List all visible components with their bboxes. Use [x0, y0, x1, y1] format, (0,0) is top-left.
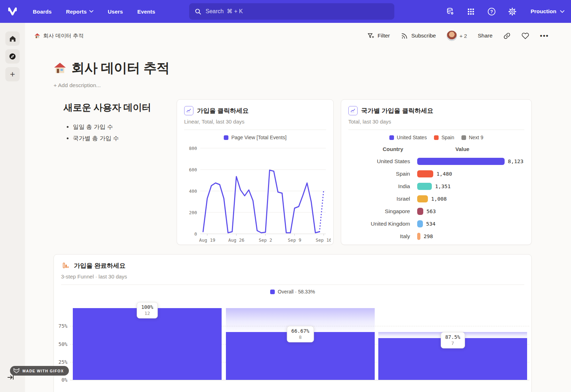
- legend-swatch: [461, 135, 466, 140]
- legend-swatch: [434, 135, 439, 140]
- search-bar[interactable]: [189, 3, 394, 20]
- card-subtitle: Total, last 30 days: [348, 119, 524, 125]
- svg-text:Sep 9: Sep 9: [288, 237, 302, 243]
- heart-icon: [521, 32, 529, 40]
- conversion-pct: 66.67%: [291, 328, 309, 334]
- nav-item-label: Users: [108, 9, 123, 15]
- sidebar-item-discover[interactable]: [5, 49, 20, 64]
- search-icon: [195, 8, 201, 15]
- page-title[interactable]: 회사 데이터 추적: [54, 59, 170, 77]
- svg-text:800: 800: [189, 146, 197, 151]
- nav-item-events[interactable]: Events: [137, 9, 155, 15]
- settings-gear-icon[interactable]: [508, 7, 517, 16]
- board-toolbar: 회사 데이터 추적 Filter Subscribe + 2: [25, 23, 571, 49]
- funnel-tooltip: 100%12: [137, 302, 158, 318]
- bar-row-singapore[interactable]: Singapore563: [341, 205, 531, 217]
- conversion-pct: 100%: [141, 304, 153, 310]
- plus-icon: +: [10, 70, 15, 79]
- more-options-icon[interactable]: •••: [540, 32, 549, 40]
- project-switcher[interactable]: Prouction: [529, 8, 565, 15]
- value-bar: [417, 195, 428, 202]
- svg-text:Aug 19: Aug 19: [199, 237, 215, 243]
- legend-entry[interactable]: Next 9: [461, 135, 483, 140]
- bullet-item: 일일 총 가입 수: [73, 123, 167, 131]
- avatar-more-count: + 2: [459, 33, 467, 39]
- user-count: 7: [445, 341, 460, 346]
- bar-row-italy[interactable]: Italy298: [341, 230, 531, 242]
- board-members[interactable]: + 2: [446, 30, 467, 41]
- nav-item-reports[interactable]: Reports: [66, 9, 94, 15]
- nav-item-boards[interactable]: Boards: [33, 9, 52, 15]
- bar-list: United States8,123Spain1,480India1,351Is…: [341, 155, 531, 245]
- filter-icon: [367, 32, 374, 40]
- value-bar: [417, 158, 505, 165]
- chart-legend: Page View [Total Events]: [177, 135, 333, 140]
- chevron-down-icon: [560, 10, 565, 13]
- breadcrumb[interactable]: 회사 데이터 추적: [34, 32, 84, 39]
- legend-swatch: [389, 135, 394, 140]
- project-name: Prouction: [531, 8, 556, 15]
- legend-label: Next 9: [469, 135, 483, 140]
- legend-label: Spain: [441, 135, 454, 140]
- sidebar-item-add[interactable]: +: [5, 67, 20, 81]
- y-axis-label: 25%: [55, 359, 67, 365]
- country-label: Italy: [341, 233, 410, 240]
- chart-legend: United StatesSpainNext 9: [341, 135, 531, 140]
- subscribe-button[interactable]: Subscribe: [401, 32, 436, 40]
- apps-grid-icon[interactable]: [466, 7, 476, 16]
- value-label: 534: [426, 221, 435, 227]
- link-icon: [503, 32, 511, 40]
- legend-entry[interactable]: United States: [389, 135, 427, 140]
- bar-row-united-kingdom[interactable]: United Kingdom534: [341, 217, 531, 230]
- gridline: [70, 380, 529, 380]
- svg-text:0: 0: [194, 231, 197, 237]
- nav-items: BoardsReportsUsersEvents: [33, 9, 155, 15]
- nav-item-label: Reports: [66, 9, 87, 15]
- share-button[interactable]: Share: [478, 32, 492, 39]
- card-subtitle: Linear, Total, last 30 days: [184, 119, 326, 125]
- filter-button[interactable]: Filter: [367, 32, 390, 40]
- avatar: [446, 30, 457, 41]
- sidebar-item-home[interactable]: [5, 31, 20, 46]
- column-header-country: Country: [341, 146, 423, 152]
- nav-item-users[interactable]: Users: [108, 9, 123, 15]
- bar-row-india[interactable]: India1,351: [341, 180, 531, 192]
- nav-item-label: Boards: [33, 9, 52, 15]
- subscribe-rss-icon: [401, 32, 408, 40]
- card-line-chart[interactable]: 가입을 클릭하세요 Linear, Total, last 30 days Pa…: [177, 99, 334, 245]
- mixpanel-logo[interactable]: [0, 6, 25, 17]
- add-description[interactable]: + Add description...: [54, 82, 170, 89]
- bar-row-united-states[interactable]: United States8,123: [341, 155, 531, 167]
- country-label: India: [341, 183, 410, 190]
- filter-label: Filter: [378, 32, 390, 39]
- divider: [184, 130, 326, 130]
- funnel-bar-step-1[interactable]: [73, 308, 222, 380]
- legend-entry[interactable]: Spain: [434, 135, 454, 140]
- top-nav: BoardsReportsUsersEvents: [0, 0, 571, 23]
- legend-entry[interactable]: Page View [Total Events]: [224, 135, 287, 140]
- value-label: 563: [426, 208, 436, 214]
- text-widget-heading: 새로운 사용자 데이터: [64, 101, 167, 114]
- card-country-bars[interactable]: 국가별 가입을 클릭하세요 Total, last 30 days United…: [341, 99, 532, 245]
- data-management-icon[interactable]: [446, 7, 455, 16]
- country-label: Israel: [341, 196, 410, 202]
- card-title: 가입을 클릭하세요: [197, 106, 249, 115]
- subscribe-label: Subscribe: [411, 32, 436, 39]
- mixpanel-board-page: BoardsReportsUsersEvents: [0, 0, 571, 392]
- breadcrumb-label: 회사 데이터 추적: [43, 32, 84, 39]
- svg-text:600: 600: [189, 167, 197, 172]
- bar-row-spain[interactable]: Spain1,480: [341, 167, 531, 180]
- country-label: Singapore: [341, 208, 410, 215]
- text-widget[interactable]: 새로운 사용자 데이터 일일 총 가입 수국가별 총 가입 수: [64, 101, 167, 146]
- card-funnel[interactable]: 가입을 완료하세요 3-step Funnel · last 30 days O…: [54, 254, 532, 392]
- value-label: 1,351: [435, 184, 451, 189]
- house-emoji: [34, 33, 40, 39]
- y-axis-label: 0%: [55, 377, 67, 383]
- home-icon: [9, 35, 16, 42]
- search-input[interactable]: [206, 8, 389, 15]
- copy-link-button[interactable]: [503, 32, 511, 40]
- favorite-button[interactable]: [521, 32, 529, 40]
- help-icon[interactable]: ?: [487, 7, 496, 16]
- bar-row-israel[interactable]: Israel1,008: [341, 192, 531, 205]
- svg-text:?: ?: [490, 9, 493, 14]
